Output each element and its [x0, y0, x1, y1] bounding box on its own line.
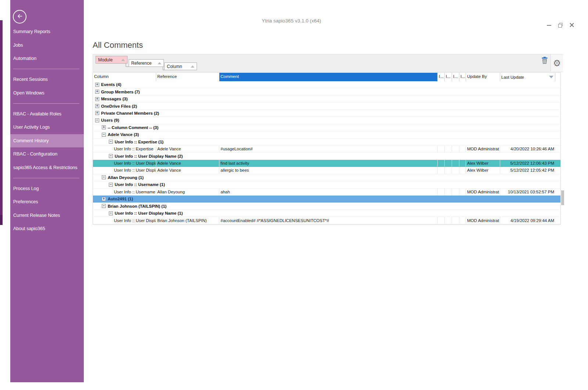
header-update-by[interactable]: Update By	[466, 73, 500, 81]
cell-i1	[438, 167, 445, 173]
comment-row[interactable]: User Info :: User DisplaAdele Vancefind …	[93, 160, 560, 167]
divider-line	[13, 103, 79, 104]
collapse-icon[interactable]: −	[109, 154, 113, 158]
header-i4[interactable]: I...	[459, 73, 466, 81]
sidebar-item-rbac-configuration[interactable]: RBAC - Configuration	[10, 147, 84, 161]
cell-i4	[459, 217, 466, 223]
header-i2[interactable]: I...	[445, 73, 452, 81]
comment-row[interactable]: User Info :: UsernameAllan DeyoungahahMO…	[93, 189, 560, 196]
collapse-icon[interactable]: −	[109, 211, 113, 215]
cell-i2	[445, 217, 452, 223]
group-row-messages-3[interactable]: +Messages (3)	[93, 96, 560, 103]
cell-column: User Info :: User Displa	[93, 217, 156, 223]
gear-icon[interactable]: ⚙	[553, 59, 561, 68]
sidebar-item-current-release-notes[interactable]: Current Release Notes	[10, 209, 84, 222]
cell-comment: allergic to bees	[219, 167, 438, 173]
header-i1[interactable]: I...	[438, 73, 445, 81]
cell-i1	[438, 217, 445, 223]
trash-icon[interactable]	[541, 56, 549, 64]
sidebar-item-preferences[interactable]: Preferences	[10, 195, 84, 209]
comment-row[interactable]: User Info :: ExpertiseAdele Vance#usageL…	[93, 146, 560, 153]
sidebar-item-user-activity-logs[interactable]: User Activity Logs	[10, 121, 84, 134]
group-row-user-info-user-display-name-2[interactable]: −User Info :: User Display Name (2)	[93, 153, 560, 160]
group-row-brian-johnson-tailspin-1[interactable]: −Brian Johnson (TAILSPIN) (1)	[93, 203, 560, 210]
cell-i3	[452, 146, 459, 152]
group-chip-module[interactable]: Module	[96, 56, 128, 64]
sort-asc-icon	[158, 62, 161, 64]
sidebar-items: Summary ReportsJobsAutomationRecent Sess…	[10, 25, 84, 236]
cell-column: User Info :: User Displa	[93, 160, 156, 167]
collapse-icon[interactable]: −	[109, 183, 113, 187]
cell-i2	[445, 160, 452, 167]
sidebar-item-rbac-available-roles[interactable]: RBAC - Available Roles	[10, 107, 84, 121]
collapse-icon[interactable]: −	[109, 140, 113, 144]
sidebar-item-sapio365-access-restrictions[interactable]: sapio365 Access & Restrictions	[10, 161, 84, 175]
sidebar-divider	[10, 100, 84, 107]
header-i3[interactable]: I...	[452, 73, 459, 81]
window-controls	[546, 22, 575, 28]
group-row-auto2491-1[interactable]: +Auto2491 (1)	[93, 196, 560, 203]
expand-icon[interactable]: +	[95, 83, 99, 87]
sidebar-item-about-sapio365[interactable]: About sapio365	[10, 222, 84, 236]
header-column[interactable]: Column	[93, 73, 156, 81]
cell-update-by: Alex Wilber	[466, 160, 500, 167]
vertical-scrollbar-thumb[interactable]	[561, 190, 564, 205]
cell-i3	[452, 189, 459, 195]
expand-icon[interactable]: +	[95, 104, 99, 108]
group-label: User Info :: User Display Name (2)	[115, 154, 183, 158]
cell-i3	[452, 160, 459, 167]
expand-icon[interactable]: +	[102, 125, 106, 129]
sidebar-item-comment-history[interactable]: Comment History	[10, 134, 84, 148]
group-row-group-members-7[interactable]: +Group Members (7)	[93, 88, 560, 95]
group-chip-reference[interactable]: Reference	[129, 59, 164, 67]
group-chip-column[interactable]: Column	[164, 62, 197, 70]
group-row-user-info-expertise-1[interactable]: −User Info :: Expertise (1)	[93, 139, 560, 146]
sidebar-item-automation[interactable]: Automation	[10, 52, 84, 65]
sidebar-divider	[10, 174, 84, 182]
collapse-icon[interactable]: −	[102, 133, 106, 137]
cell-reference: Adele Vance	[156, 160, 219, 167]
sidebar-item-process-log[interactable]: Process Log	[10, 182, 84, 196]
expand-icon[interactable]: +	[95, 111, 99, 115]
collapse-icon[interactable]: −	[95, 118, 99, 122]
group-row-adele-vance-3[interactable]: −Adele Vance (3)	[93, 131, 560, 138]
group-row-column-comment-3[interactable]: +-- Column Comment -- (3)	[93, 124, 560, 131]
restore-button[interactable]	[557, 22, 563, 28]
group-label: Messages (3)	[101, 97, 128, 101]
expand-icon[interactable]: +	[102, 197, 106, 201]
group-row-user-info-username-1[interactable]: −User Info :: Username (1)	[93, 181, 560, 188]
expand-icon[interactable]: +	[95, 90, 99, 94]
comment-row[interactable]: User Info :: User DisplaAdele Vancealler…	[93, 167, 560, 174]
collapse-icon[interactable]: −	[102, 175, 106, 179]
cell-i1	[438, 189, 445, 195]
group-row-allan-deyoung-1[interactable]: −Allan Deyoung (1)	[93, 174, 560, 181]
group-row-user-info-user-display-name-1[interactable]: −User Info :: User Display Name (1)	[93, 210, 560, 217]
sidebar-item-summary-reports[interactable]: Summary Reports	[10, 25, 84, 39]
collapse-icon[interactable]: −	[102, 204, 106, 208]
comment-row[interactable]: User Info :: User DisplaBrian Johnson (T…	[93, 217, 560, 224]
sidebar-item-jobs[interactable]: Jobs	[10, 39, 84, 52]
restore-icon	[558, 24, 562, 28]
header-comment[interactable]: Comment	[219, 73, 438, 81]
back-button[interactable]	[13, 10, 26, 24]
group-label: Allan Deyoung (1)	[108, 175, 144, 180]
header-reference[interactable]: Reference	[156, 73, 219, 81]
cell-column: User Info :: Username	[93, 189, 156, 195]
sort-desc-icon	[549, 76, 553, 78]
group-label: User Info :: Username (1)	[115, 182, 165, 187]
cell-comment: #accountEnabled# #*ASSIGNEDLICENSESUNITC…	[219, 217, 438, 223]
group-row-private-channel-members-2[interactable]: +Private Channel Members (2)	[93, 110, 560, 117]
header-last-update[interactable]: Last Update	[500, 73, 555, 81]
group-row-users-9[interactable]: −Users (9)	[93, 117, 560, 124]
close-button[interactable]	[569, 22, 575, 28]
sidebar-item-recent-sessions[interactable]: Recent Sessions	[10, 73, 84, 86]
cell-i3	[452, 167, 459, 173]
group-row-events-4[interactable]: +Events (4)	[93, 81, 560, 88]
cell-comment: #usageLocation#	[219, 146, 438, 152]
group-row-onedrive-files-2[interactable]: +OneDrive Files (2)	[93, 103, 560, 110]
sidebar-item-open-windows[interactable]: Open Windows	[10, 86, 84, 100]
minimize-button[interactable]	[546, 22, 552, 28]
expand-icon[interactable]: +	[95, 97, 99, 101]
cell-update-by: MOD Administrat	[466, 189, 500, 195]
cell-reference: Adele Vance	[156, 167, 219, 173]
